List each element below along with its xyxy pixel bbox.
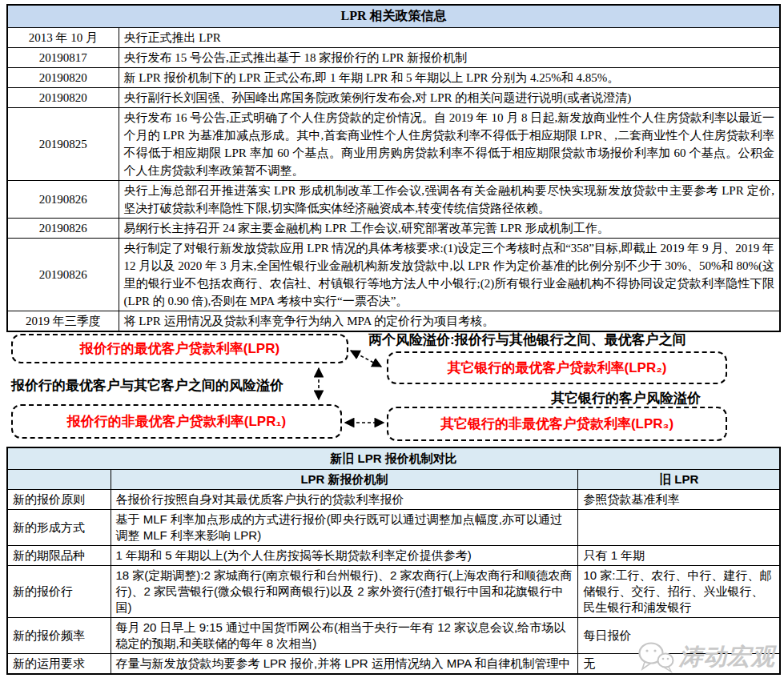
- box-other-bank-lpr2: 其它银行的最优客户贷款利率(LPR₂): [387, 351, 727, 384]
- double-arrow-diagonal-icon: [351, 351, 381, 367]
- table-row: 20190826 央行制定了对银行新发放贷款应用 LPR 情况的具体考核要求:(…: [7, 239, 780, 311]
- table-row: LPR 新报价机制 旧 LPR: [7, 470, 780, 490]
- row-label: 新的形成方式: [7, 510, 111, 546]
- row-label: 新的期限品种: [7, 546, 111, 566]
- policy-content: 央行副行长刘国强、孙国峰出席国务院政策例行发布会,对 LPR 的相关问题进行说明…: [119, 88, 780, 108]
- label-two-risk-premiums: 两个风险溢价:报价行与其他银行之间、最优客户之间: [368, 331, 686, 349]
- old-mechanism-cell: 参照贷款基准利率: [578, 490, 780, 510]
- new-mechanism-cell: 各报价行按照自身对其最优质客户执行的贷款利率报价: [111, 490, 578, 510]
- policy-date: 20190826: [7, 219, 119, 239]
- policy-content: 新 LPR 报价机制下的 LPR 正式公布,即 1 年期 LPR 和 5 年期以…: [119, 68, 780, 88]
- policy-date: 20190820: [7, 68, 119, 88]
- box-quoting-bank-lpr: 报价行的最优客户贷款利率(LPR): [11, 334, 348, 363]
- table-row: 20190817 央行发布 15 号公告,正式推出基于 18 家报价行的 LPR…: [7, 48, 780, 68]
- old-mechanism-cell: 10 家:工行、农行、中行、建行、邮储银行、交行、招行、兴业银行、民生银行和浦发…: [578, 566, 780, 618]
- row-label: 新的运用要求: [7, 654, 111, 675]
- old-mechanism-cell: [578, 510, 780, 546]
- header-old-lpr: 旧 LPR: [578, 470, 780, 490]
- policy-date: 20190817: [7, 48, 119, 68]
- label-quoting-bank-premium: 报价行的最优客户与其它客户之间的风险溢价: [11, 376, 283, 395]
- new-mechanism-cell: 18 家(定期调整):2 家城商行(南京银行和台州银行)、2 家农商行(上海农商…: [111, 566, 578, 618]
- new-mechanism-cell: 基于 MLF 利率加点形成的方式进行报价(即央行既可以通过调整加点幅度,亦可以通…: [111, 510, 578, 546]
- table-row: 新旧 LPR 报价机制对比: [7, 447, 780, 470]
- row-label: 新的报价原则: [7, 490, 111, 510]
- table-row: 新的报价原则 各报价行按照自身对其最优质客户执行的贷款利率报价 参照贷款基准利率: [7, 490, 780, 510]
- table-row: 新的形成方式 基于 MLF 利率加点形成的方式进行报价(即央行既可以通过调整加点…: [7, 510, 780, 546]
- policy-table-title: LPR 相关政策信息: [7, 5, 780, 28]
- policy-content: 央行上海总部召开推进落实 LPR 形成机制改革工作会议,强调各有关金融机构要尽快…: [119, 181, 780, 219]
- watermark-text: 涛动宏观: [679, 641, 775, 673]
- lpr-policy-table: LPR 相关政策信息 2013 年 10 月 央行正式推出 LPR 201908…: [6, 4, 781, 332]
- new-mechanism-cell: 1 年期和 5 年期以上(为个人住房按揭等长期贷款利率定价提供参考): [111, 546, 578, 566]
- policy-content: 易纲行长主持召开 24 家主要金融机构 LPR 工作会议,研究部署改革完善 LP…: [119, 219, 780, 239]
- new-mechanism-cell: 存量与新发放贷款均要参考 LPR 报价,并将 LPR 运用情况纳入 MPA 和自…: [111, 654, 578, 675]
- row-label: 新的报价行: [7, 566, 111, 618]
- table-row: 20190820 央行副行长刘国强、孙国峰出席国务院政策例行发布会,对 LPR …: [7, 88, 780, 108]
- new-mechanism-cell: 每月 20 日早上 9:15 通过中国货币网公布(相当于央行一年有 12 家议息…: [111, 618, 578, 654]
- policy-content: 央行正式推出 LPR: [119, 28, 780, 48]
- table-row: 20190826 易纲行长主持召开 24 家主要金融机构 LPR 工作会议,研究…: [7, 219, 780, 239]
- box-other-bank-lpr3: 其它银行的非最优客户贷款利率(LPR₃): [387, 407, 727, 441]
- wechat-icon: [637, 640, 674, 674]
- policy-content: 央行发布 16 号公告,正式明确了个人住房贷款的定价情况。自 2019 年 10…: [119, 108, 780, 181]
- policy-date: 20190820: [7, 88, 119, 108]
- header-empty-cell: [7, 470, 111, 490]
- policy-date: 2013 年 10 月: [7, 28, 119, 48]
- table-row: LPR 相关政策信息: [7, 5, 780, 28]
- box-quoting-bank-lpr1: 报价行的非最优客户贷款利率(LPR₁): [11, 404, 342, 439]
- watermark: 涛动宏观: [637, 635, 783, 680]
- label-other-bank-premium: 其它银行的客户风险溢价: [551, 389, 701, 407]
- old-mechanism-cell: 只有 1 年期: [578, 546, 780, 566]
- policy-content: 央行制定了对银行新发放贷款应用 LPR 情况的具体考核要求:(1)设定三个考核时…: [119, 239, 780, 311]
- header-new-lpr: LPR 新报价机制: [111, 470, 578, 490]
- table-row: 20190826 央行上海总部召开推进落实 LPR 形成机制改革工作会议,强调各…: [7, 181, 780, 219]
- table-row: 2013 年 10 月 央行正式推出 LPR: [7, 28, 780, 48]
- table-row: 新的期限品种 1 年期和 5 年期以上(为个人住房按揭等长期贷款利率定价提供参考…: [7, 546, 780, 566]
- table-row: 20190820 新 LPR 报价机制下的 LPR 正式公布,即 1 年期 LP…: [7, 68, 780, 88]
- row-label: 新的报价频率: [7, 618, 111, 654]
- policy-date: 20190826: [7, 239, 119, 311]
- table-row: 新的报价行 18 家(定期调整):2 家城商行(南京银行和台州银行)、2 家农商…: [7, 566, 780, 618]
- table-row: 20190825 央行发布 16 号公告,正式明确了个人住房贷款的定价情况。自 …: [7, 108, 780, 181]
- policy-content: 央行发布 15 号公告,正式推出基于 18 家报价行的 LPR 新报价机制: [119, 48, 780, 68]
- policy-date: 20190825: [7, 108, 119, 181]
- lpr-risk-premium-diagram: 报价行的最优客户贷款利率(LPR) 报价行的最优客户与其它客户之间的风险溢价 报…: [0, 327, 784, 447]
- policy-date: 20190826: [7, 181, 119, 219]
- comparison-table-title: 新旧 LPR 报价机制对比: [7, 447, 780, 470]
